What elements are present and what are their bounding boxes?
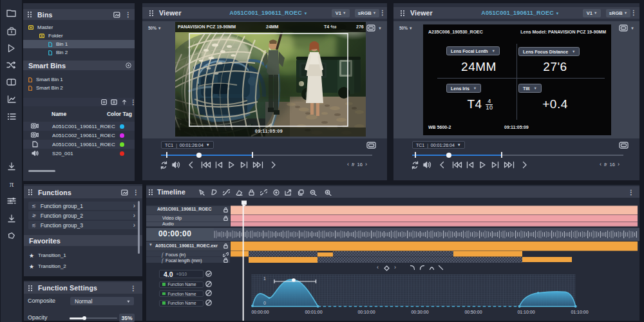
svg-text:0: 0 bbox=[263, 301, 266, 305]
svg-text:1: 1 bbox=[263, 276, 266, 281]
svg-text:π: π bbox=[9, 180, 14, 188]
